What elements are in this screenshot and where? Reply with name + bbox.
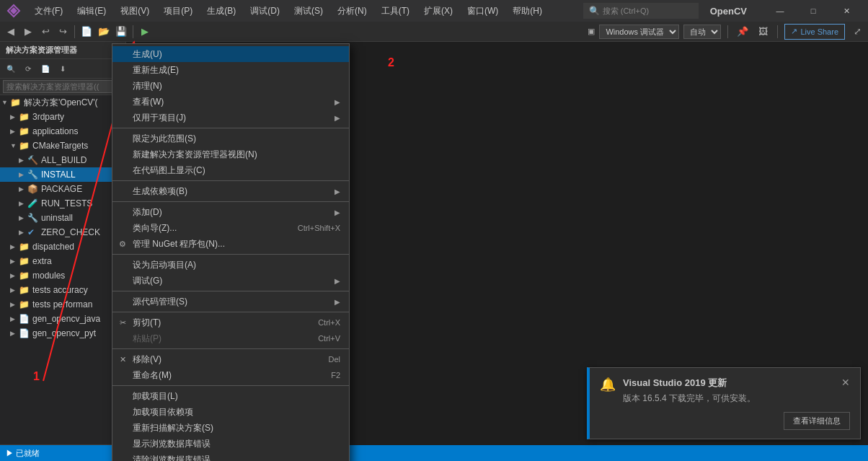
- tree-item-gen-python[interactable]: ▶ 📄 gen_opencv_pyt: [0, 326, 125, 341]
- context-menu-label: 剪切(T): [133, 317, 161, 329]
- new-file-button[interactable]: 📄: [79, 24, 94, 40]
- annotation-1: 1: [33, 370, 40, 383]
- context-menu-item-unload[interactable]: 卸载项目(L): [112, 388, 349, 404]
- context-menu-item-rescan[interactable]: 重新扫描解决方案(S): [112, 420, 349, 436]
- redo-button[interactable]: ↪: [55, 24, 71, 40]
- context-menu-item-rebuild[interactable]: 重新生成(E): [112, 62, 349, 78]
- context-menu-separator: [112, 385, 349, 386]
- tree-item-install[interactable]: ▶ 🔧 INSTALL: [0, 167, 125, 182]
- sync-button[interactable]: ⟳: [20, 61, 36, 76]
- menu-help[interactable]: 帮助(H): [505, 2, 549, 20]
- context-menu-label: 粘贴(P): [133, 333, 161, 345]
- search-in-files-button[interactable]: 🔍: [3, 61, 19, 76]
- solution-search-input[interactable]: [3, 80, 123, 93]
- menu-window[interactable]: 窗口(W): [460, 2, 505, 20]
- tree-item-cmaketargets[interactable]: ▼ 📁 CMakeTargets: [0, 139, 125, 153]
- notification-close-button[interactable]: ✕: [841, 377, 850, 388]
- debugger-select[interactable]: Windows 调试器: [599, 25, 679, 39]
- menu-view[interactable]: 视图(V): [113, 2, 156, 20]
- tree-item-gen-java[interactable]: ▶ 📄 gen_opencv_java: [0, 312, 125, 326]
- menu-edit[interactable]: 编辑(E): [70, 2, 113, 20]
- context-menu-item-show-browse-errors[interactable]: 显示浏览数据库错误: [112, 436, 349, 452]
- tree-item-run-tests[interactable]: ▶ 🧪 RUN_TESTS: [0, 196, 125, 211]
- tree-label: INSTALL: [41, 170, 76, 180]
- live-share-button[interactable]: ↗ Live Share: [784, 24, 845, 40]
- context-menu-item-class-wizard[interactable]: 类向导(Z)...Ctrl+Shift+X: [112, 220, 349, 236]
- mode-select[interactable]: 自动: [683, 25, 721, 39]
- screenshot-button[interactable]: 🖼: [755, 24, 771, 40]
- tree-item-tests-performance[interactable]: ▶ 📁 tests performan: [0, 297, 125, 312]
- tree-item-applications[interactable]: ▶ 📁 applications: [0, 124, 125, 139]
- tree-item-solution[interactable]: ▼ 📁 解决方案'OpenCV'(: [0, 95, 125, 110]
- pin-button[interactable]: 📌: [735, 24, 750, 40]
- back-button[interactable]: ◀: [3, 24, 19, 40]
- context-menu-item-nuget[interactable]: ⚙管理 NuGet 程序包(N)...: [112, 236, 349, 252]
- menu-file[interactable]: 文件(F): [27, 2, 70, 20]
- tree-item-modules[interactable]: ▶ 📁 modules: [0, 268, 125, 283]
- context-menu-label: 设为启动项目(A): [133, 259, 196, 271]
- menu-project[interactable]: 项目(P): [156, 2, 200, 20]
- notification-content: Visual Studio 2019 更新 版本 16.5.4 下载完毕，可供安…: [623, 377, 756, 405]
- global-search[interactable]: 🔍 搜索 (Ctrl+Q): [583, 3, 699, 19]
- context-menu-item-source-control[interactable]: 源代码管理(S)▶: [112, 294, 349, 309]
- context-menu-item-scope[interactable]: 限定为此范围(S): [112, 131, 349, 146]
- undo-button[interactable]: ↩: [37, 24, 53, 40]
- context-menu-item-clear-browse-errors[interactable]: 清除浏览数据库错误: [112, 452, 349, 461]
- context-menu-item-set-startup[interactable]: 设为启动项目(A): [112, 257, 349, 273]
- expand-button[interactable]: ⤢: [849, 24, 865, 40]
- context-menu-item-paste[interactable]: 粘贴(P)Ctrl+V: [112, 330, 349, 346]
- context-menu-item-debug[interactable]: 调试(G)▶: [112, 273, 349, 289]
- menu-build[interactable]: 生成(B): [200, 2, 243, 20]
- solution-label: 解决方案'OpenCV'(: [24, 97, 98, 109]
- tree-item-zero-check[interactable]: ▶ ✔ ZERO_CHECK: [0, 225, 125, 240]
- shortcut-label: Del: [314, 355, 340, 364]
- minimize-button[interactable]: —: [764, 0, 796, 22]
- tree-item-uninstall[interactable]: ▶ 🔧 uninstall: [0, 211, 125, 225]
- status-text: ▶ 已就绪: [6, 448, 40, 459]
- context-menu-label: 清理(N): [133, 80, 162, 92]
- context-menu-item-load-deps[interactable]: 加载项目依赖项: [112, 404, 349, 420]
- context-menu-item-clean[interactable]: 清理(N): [112, 78, 349, 94]
- menu-extensions[interactable]: 扩展(X): [417, 2, 460, 20]
- tree-label: 3rdparty: [32, 112, 64, 122]
- context-menu-item-add[interactable]: 添加(D)▶: [112, 204, 349, 220]
- context-menu-item-codemap[interactable]: 在代码图上显示(C): [112, 162, 349, 178]
- context-menu-item-view[interactable]: 查看(W)▶: [112, 94, 349, 110]
- context-menu-item-remove[interactable]: ✕移除(V)Del: [112, 351, 349, 367]
- cut-icon: ✂: [117, 318, 128, 328]
- notification-actions: 查看详细信息: [600, 412, 850, 430]
- submenu-arrow-icon: ▶: [335, 277, 340, 285]
- notification-details-button[interactable]: 查看详细信息: [784, 412, 850, 430]
- menu-analyze[interactable]: 分析(N): [330, 2, 374, 20]
- context-menu-item-project-only[interactable]: 仅用于项目(J)▶: [112, 110, 349, 126]
- shortcut-label: F2: [316, 371, 340, 379]
- context-menu-item-build-deps[interactable]: 生成依赖项(B)▶: [112, 183, 349, 199]
- context-menu-item-new-view[interactable]: 新建解决方案资源管理器视图(N): [112, 146, 349, 162]
- new-solution-button[interactable]: 📄: [37, 61, 53, 76]
- shortcut-label: Ctrl+X: [304, 318, 340, 327]
- close-button[interactable]: ✕: [831, 0, 862, 22]
- context-menu-item-rename[interactable]: 重命名(M)F2: [112, 367, 349, 383]
- app-logo: [6, 3, 22, 19]
- tree-item-package[interactable]: ▶ 📦 PACKAGE: [0, 182, 125, 196]
- menu-tools[interactable]: 工具(T): [374, 2, 417, 20]
- search-placeholder: 搜索 (Ctrl+Q): [603, 6, 649, 17]
- context-menu-item-build[interactable]: 生成(U): [112, 46, 349, 62]
- context-menu-separator: [112, 201, 349, 202]
- save-button[interactable]: 💾: [113, 24, 129, 40]
- tree-item-all-build[interactable]: ▶ 🔨 ALL_BUILD: [0, 153, 125, 167]
- menu-test[interactable]: 测试(S): [287, 2, 330, 20]
- tree-item-tests-accuracy[interactable]: ▶ 📁 tests accuracy: [0, 283, 125, 297]
- maximize-button[interactable]: □: [797, 0, 829, 22]
- notification-icon: 🔔: [600, 377, 616, 392]
- tree-item-3rdparty[interactable]: ▶ 📁 3rdparty: [0, 110, 125, 124]
- menu-debug[interactable]: 调试(D): [243, 2, 287, 20]
- context-menu-item-cut[interactable]: ✂剪切(T)Ctrl+X: [112, 315, 349, 330]
- start-debug-button[interactable]: ▶: [137, 24, 153, 40]
- forward-button[interactable]: ▶: [20, 24, 36, 40]
- filter-button[interactable]: ⬇: [55, 61, 71, 76]
- tree-item-dispatched[interactable]: ▶ 📁 dispatched: [0, 240, 125, 254]
- open-button[interactable]: 📂: [96, 24, 112, 40]
- tree-item-extra[interactable]: ▶ 📁 extra: [0, 254, 125, 268]
- context-menu-label: 管理 NuGet 程序包(N)...: [133, 238, 225, 250]
